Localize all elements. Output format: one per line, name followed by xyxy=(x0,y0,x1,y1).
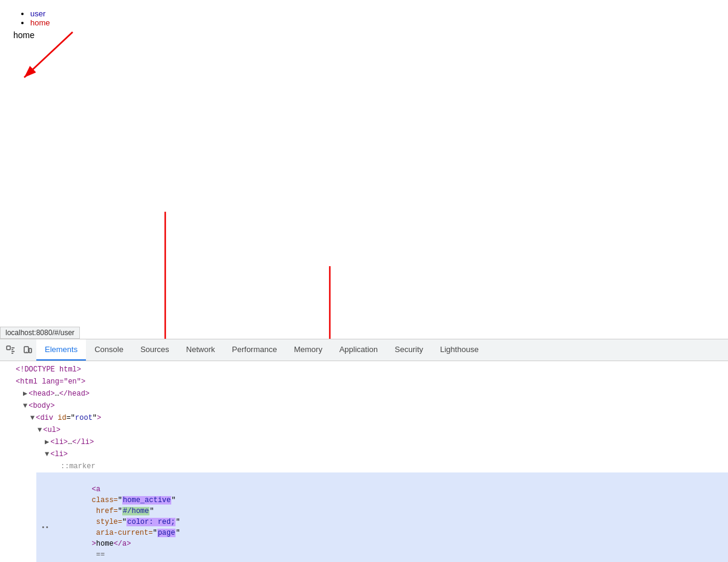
home-link[interactable]: home xyxy=(30,18,50,27)
tab-console[interactable]: Console xyxy=(86,339,132,361)
devtools-tabs: Elements Console Sources Network Perform… xyxy=(36,339,487,361)
tab-application[interactable]: Application xyxy=(331,339,387,361)
code-line-ul: ▼ <ul> xyxy=(22,424,728,436)
code-line-marker: ::marker xyxy=(36,460,728,472)
devtools-elements-panel: <!DOCTYPE html> <html lang="en"> ▶ <head… xyxy=(0,361,728,562)
code-line-head: ▶ <head>…</head> xyxy=(7,388,728,400)
code-line-anchor[interactable]: •• <a class="home_active" href="#/home" … xyxy=(36,472,728,562)
code-line-doctype: <!DOCTYPE html> xyxy=(0,364,728,376)
arrow-annotation-2 xyxy=(150,212,180,339)
code-line-body: ▼ <body> xyxy=(7,400,728,412)
svg-rect-8 xyxy=(29,348,31,353)
arrow-annotation-1 xyxy=(18,29,151,102)
code-line-li1: ▶ <li>…</li> xyxy=(29,436,728,448)
code-line-html: <html lang="en"> xyxy=(0,376,728,388)
tab-memory[interactable]: Memory xyxy=(286,339,331,361)
tab-security[interactable]: Security xyxy=(386,339,431,361)
status-bar: localhost:8080/#/user xyxy=(0,327,80,339)
tab-performance[interactable]: Performance xyxy=(223,339,285,361)
devtools-panel: Elements Console Sources Network Perform… xyxy=(0,339,728,562)
nav-item-home: home xyxy=(30,18,716,27)
code-line-li2: ▼ <li> xyxy=(29,448,728,460)
tab-elements[interactable]: Elements xyxy=(36,339,86,361)
svg-point-9 xyxy=(26,351,27,352)
tab-lighthouse[interactable]: Lighthouse xyxy=(431,339,487,361)
nav-list: user home xyxy=(12,9,716,27)
devtools-toolbar: Elements Console Sources Network Perform… xyxy=(0,339,728,361)
nav-item-user: user xyxy=(30,9,716,18)
browser-content: user home home localho xyxy=(0,0,728,339)
code-line-div-root: ▼ <div id="root" > xyxy=(15,412,728,424)
svg-rect-6 xyxy=(7,346,10,350)
tab-sources[interactable]: Sources xyxy=(132,339,178,361)
inspect-element-button[interactable] xyxy=(2,342,19,359)
user-link[interactable]: user xyxy=(30,9,45,18)
tab-network[interactable]: Network xyxy=(178,339,224,361)
device-toolbar-button[interactable] xyxy=(19,342,36,359)
arrow-annotation-3 xyxy=(315,266,345,339)
home-display-text: home xyxy=(13,30,716,40)
